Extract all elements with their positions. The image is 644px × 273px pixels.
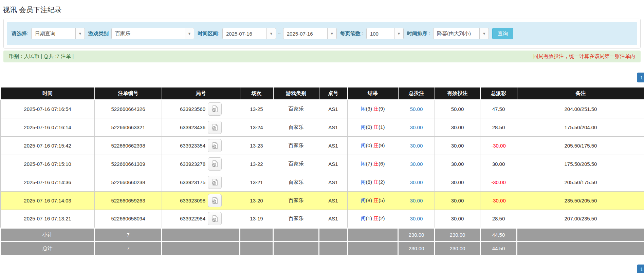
video-replay-button[interactable] xyxy=(208,121,222,134)
cell-session: 13-21 xyxy=(240,173,273,191)
result-player-score: (0) xyxy=(366,142,372,148)
video-replay-button[interactable] xyxy=(208,157,222,171)
round-number: 633922984 xyxy=(180,216,205,221)
subtotal-row-cell-6 xyxy=(348,228,398,241)
query-type-select[interactable]: 日期查询 ▼ xyxy=(31,28,85,39)
subtotal-row-cell-9: 44.50 xyxy=(480,228,517,241)
cell-result: 闲(1) 庄(2) xyxy=(348,210,398,228)
cell-game-type: 百家乐 xyxy=(273,118,319,136)
cell-session: 13-22 xyxy=(240,155,273,173)
cell-payout: 28.50 xyxy=(480,118,517,136)
cell-game-type: 百家乐 xyxy=(273,173,319,191)
cell-round: 633923098 xyxy=(162,191,240,210)
cell-time: 2025-07-16 07:14:36 xyxy=(1,173,95,191)
chevron-down-icon: ▼ xyxy=(394,28,403,39)
video-icon xyxy=(211,142,219,149)
table-body: 2025-07-16 07:16:54522660664326633923560… xyxy=(1,100,644,228)
game-type-label: 游戏类别 xyxy=(88,31,109,37)
pagination-top: 1 xyxy=(0,73,644,82)
cell-payout: -30.00 xyxy=(480,191,517,210)
video-replay-button[interactable] xyxy=(208,194,222,207)
video-icon xyxy=(211,178,219,186)
column-header-5: 桌号 xyxy=(319,87,348,100)
time-sort-value: 降幂(由大到小) xyxy=(434,28,479,39)
subtotal-row-cell-10 xyxy=(517,228,644,241)
cell-bet-id: 522660662398 xyxy=(95,136,162,155)
cell-time: 2025-07-16 07:14:03 xyxy=(1,191,95,210)
total-row-cell-0: 总计 xyxy=(1,241,95,255)
cell-payout: 30.00 xyxy=(480,155,517,173)
result-banker-score: (2) xyxy=(379,179,385,185)
video-replay-button[interactable] xyxy=(208,139,222,152)
table-footer: 小计7230.00230.0044.50总计7230.00230.0044.50 xyxy=(1,228,644,255)
cell-session: 13-23 xyxy=(240,136,273,155)
date-from-select[interactable]: 2025-07-16 ▼ xyxy=(222,28,276,39)
cell-note: 207.00/235.50 xyxy=(517,210,644,228)
result-player-score: (8) xyxy=(366,197,372,203)
cell-session: 13-24 xyxy=(240,118,273,136)
cell-result: 闲(3) 庄(9) xyxy=(348,100,398,118)
cell-round: 633923560 xyxy=(162,100,240,118)
result-player: 闲 xyxy=(361,106,366,112)
cell-total-bet[interactable]: 30.00 xyxy=(398,173,435,191)
cell-game-type: 百家乐 xyxy=(273,191,319,210)
cell-session: 13-20 xyxy=(240,191,273,210)
chevron-down-icon: ▼ xyxy=(75,28,85,39)
cell-payout: 47.50 xyxy=(480,100,517,118)
cell-time: 2025-07-16 07:16:54 xyxy=(1,100,95,118)
cell-game-type: 百家乐 xyxy=(273,100,319,118)
cell-bet-id: 522660659263 xyxy=(95,191,162,210)
date-to-value: 2025-07-16 xyxy=(283,28,327,39)
subtotal-row-cell-5 xyxy=(319,228,348,241)
cell-table-no: AS1 xyxy=(319,118,348,136)
notice-text: 同局有效投注，统一计算在该局第一张注单内 xyxy=(533,53,635,60)
cell-total-bet[interactable]: 30.00 xyxy=(398,210,435,228)
cell-valid-bet: 50.00 xyxy=(435,100,480,118)
cell-bet-id: 522660661309 xyxy=(95,155,162,173)
cell-valid-bet: 30.00 xyxy=(435,173,480,191)
result-banker: 庄 xyxy=(373,197,379,203)
cell-bet-id: 522660658094 xyxy=(95,210,162,228)
video-replay-button[interactable] xyxy=(208,102,222,116)
time-sort-select[interactable]: 降幂(由大到小) ▼ xyxy=(433,28,489,39)
total-row-cell-4 xyxy=(273,241,319,255)
cell-total-bet[interactable]: 30.00 xyxy=(398,118,435,136)
cell-table-no: AS1 xyxy=(319,191,348,210)
chevron-down-icon: ▼ xyxy=(185,28,194,39)
date-range-tilde: ~ xyxy=(278,31,281,37)
result-banker-score: (2) xyxy=(379,215,385,221)
search-button[interactable]: 查询 xyxy=(492,28,513,39)
video-icon xyxy=(211,197,219,204)
total-row-cell-2 xyxy=(162,241,240,255)
total-row-cell-6 xyxy=(348,241,398,255)
page-1-button[interactable]: 1 xyxy=(637,265,644,273)
cell-valid-bet: 30.00 xyxy=(435,155,480,173)
cell-total-bet[interactable]: 30.00 xyxy=(398,136,435,155)
date-to-select[interactable]: 2025-07-16 ▼ xyxy=(283,28,337,39)
table-row: 2025-07-16 07:14:36522660660238633923175… xyxy=(1,173,644,191)
result-banker: 庄 xyxy=(373,106,379,112)
cell-total-bet[interactable]: 50.00 xyxy=(398,100,435,118)
video-icon xyxy=(211,215,219,222)
video-replay-button[interactable] xyxy=(208,176,222,189)
cell-valid-bet: 30.00 xyxy=(435,210,480,228)
cell-bet-id: 522660664326 xyxy=(95,100,162,118)
total-row-cell-1: 7 xyxy=(95,241,162,255)
column-header-3: 场次 xyxy=(240,87,273,100)
round-number: 633923098 xyxy=(180,198,205,203)
game-type-select[interactable]: 百家乐 ▼ xyxy=(111,28,194,39)
page-1-button[interactable]: 1 xyxy=(637,73,644,82)
round-number: 633923354 xyxy=(180,143,205,149)
result-banker: 庄 xyxy=(373,179,379,185)
subtotal-row-cell-0: 小计 xyxy=(1,228,95,241)
subtotal-row-cell-4 xyxy=(273,228,319,241)
result-player-score: (3) xyxy=(366,106,372,112)
cell-total-bet[interactable]: 30.00 xyxy=(398,155,435,173)
column-header-10: 备注 xyxy=(517,87,644,100)
page-size-select[interactable]: 100 ▼ xyxy=(366,28,404,39)
cell-total-bet[interactable]: 30.00 xyxy=(398,191,435,210)
game-type-value: 百家乐 xyxy=(112,28,185,39)
subtotal-row-cell-7: 230.00 xyxy=(398,228,435,241)
video-replay-button[interactable] xyxy=(208,212,222,225)
page-title: 视讯 会员下注纪录 xyxy=(0,0,644,19)
